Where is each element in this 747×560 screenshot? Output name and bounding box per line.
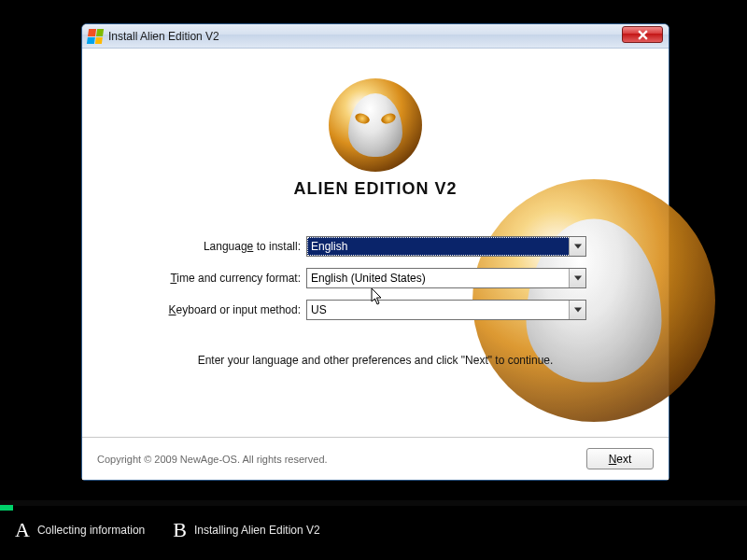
next-button[interactable]: Next	[586, 448, 654, 469]
window-content: ALIEN EDITION V2 Language to install: En…	[82, 49, 669, 480]
instruction-text: Enter your language and other preference…	[110, 354, 641, 367]
chevron-down-icon[interactable]	[569, 301, 585, 319]
alien-logo-icon	[329, 78, 422, 172]
keyboard-combobox[interactable]: US	[306, 300, 586, 320]
language-combobox[interactable]: English	[306, 236, 586, 257]
chevron-down-icon[interactable]	[569, 269, 585, 287]
chevron-down-icon[interactable]	[569, 237, 585, 256]
copyright-text: Copyright © 2009 NewAge-OS. All rights r…	[97, 454, 328, 465]
step-b-marker: B	[173, 518, 187, 542]
footer: Copyright © 2009 NewAge-OS. All rights r…	[82, 437, 669, 480]
installer-window: Install Alien Edition V2 ALIEN EDITION V…	[81, 23, 669, 481]
keyboard-row: Keyboard or input method: US	[110, 300, 641, 320]
close-icon	[638, 30, 648, 40]
currency-value: English (United States)	[311, 272, 426, 285]
language-value: English	[311, 240, 347, 253]
hero-title: ALIEN EDITION V2	[82, 179, 669, 199]
currency-combobox[interactable]: English (United States)	[306, 268, 586, 288]
currency-label: Time and currency format:	[110, 272, 306, 285]
step-a-label: Collecting information	[37, 524, 145, 537]
step-installing: B Installing Alien Edition V2	[173, 518, 319, 542]
step-bar: A Collecting information B Installing Al…	[0, 515, 747, 545]
language-row: Language to install: English	[110, 236, 641, 257]
close-button[interactable]	[622, 26, 663, 43]
step-b-label: Installing Alien Edition V2	[194, 524, 320, 537]
windows-logo-icon	[87, 29, 104, 44]
install-progress-bar	[0, 500, 747, 506]
window-title: Install Alien Edition V2	[108, 30, 219, 43]
hero: ALIEN EDITION V2	[82, 49, 669, 199]
titlebar[interactable]: Install Alien Edition V2	[82, 24, 669, 49]
step-collecting: A Collecting information	[15, 518, 145, 542]
language-label: Language to install:	[110, 240, 306, 253]
keyboard-value: US	[311, 303, 327, 316]
keyboard-label: Keyboard or input method:	[110, 303, 306, 316]
currency-row: Time and currency format: English (Unite…	[110, 268, 641, 288]
desktop: Install Alien Edition V2 ALIEN EDITION V…	[0, 0, 747, 560]
step-a-marker: A	[15, 518, 30, 542]
setup-form: Language to install: English Time and cu…	[82, 236, 669, 367]
